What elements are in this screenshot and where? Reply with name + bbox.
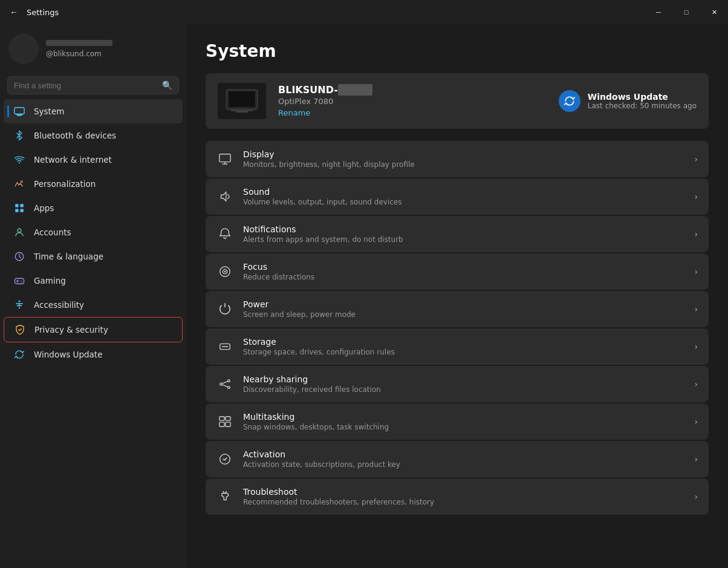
svg-rect-2 bbox=[16, 114, 23, 116]
update-info: Windows Update Last checked: 50 minutes … bbox=[588, 92, 697, 110]
user-email: @bliksund.com bbox=[46, 50, 112, 58]
sidebar-item-accounts[interactable]: Accounts bbox=[4, 220, 183, 244]
settings-item-display-title: Display bbox=[243, 149, 684, 159]
windows-update-card[interactable]: Windows Update Last checked: 50 minutes … bbox=[559, 90, 697, 112]
sidebar-item-accounts-label: Accounts bbox=[34, 227, 173, 237]
sidebar-item-apps[interactable]: Apps bbox=[4, 196, 183, 220]
display-icon bbox=[216, 151, 233, 168]
settings-list: Display Monitors, brightness, night ligh… bbox=[206, 141, 709, 515]
settings-item-display-text: Display Monitors, brightness, night ligh… bbox=[243, 149, 684, 169]
settings-item-multitasking-title: Multitasking bbox=[243, 412, 684, 422]
search-input[interactable] bbox=[14, 81, 157, 90]
minimize-button[interactable]: ─ bbox=[645, 0, 672, 24]
settings-item-power-title: Power bbox=[243, 299, 684, 309]
svg-rect-11 bbox=[15, 278, 24, 284]
svg-point-14 bbox=[19, 301, 21, 302]
close-button[interactable]: ✕ bbox=[700, 0, 728, 24]
sidebar-item-accessibility[interactable]: Accessibility bbox=[4, 293, 183, 317]
accounts-icon bbox=[13, 226, 25, 238]
svg-rect-8 bbox=[21, 209, 24, 212]
troubleshoot-icon bbox=[216, 488, 233, 505]
sidebar-item-bluetooth[interactable]: Bluetooth & devices bbox=[4, 123, 183, 148]
settings-item-display-subtitle: Monitors, brightness, night light, displ… bbox=[243, 160, 684, 169]
sidebar-item-network-label: Network & internet bbox=[34, 155, 173, 165]
svg-point-12 bbox=[21, 280, 22, 281]
settings-item-activation[interactable]: Activation Activation state, subscriptio… bbox=[206, 441, 709, 477]
network-icon bbox=[13, 154, 25, 166]
device-image bbox=[218, 83, 266, 119]
search-box[interactable]: 🔍 bbox=[7, 76, 179, 94]
personalization-icon bbox=[13, 178, 25, 190]
settings-item-multitasking[interactable]: Multitasking Snap windows, desktops, tas… bbox=[206, 403, 709, 440]
focus-icon bbox=[216, 263, 233, 280]
device-card: BLIKSUND-████ OptiPlex 7080 Rename Windo… bbox=[206, 73, 709, 129]
settings-item-notifications[interactable]: Notifications Alerts from apps and syste… bbox=[206, 216, 709, 252]
windows-update-icon bbox=[13, 348, 25, 361]
settings-item-nearby-sharing-title: Nearby sharing bbox=[243, 374, 684, 384]
svg-point-9 bbox=[18, 229, 21, 232]
update-title: Windows Update bbox=[588, 92, 697, 102]
search-icon: 🔍 bbox=[162, 80, 172, 90]
settings-item-notifications-subtitle: Alerts from apps and system, do not dist… bbox=[243, 235, 684, 244]
settings-item-display[interactable]: Display Monitors, brightness, night ligh… bbox=[206, 141, 709, 177]
sidebar-item-update[interactable]: Windows Update bbox=[4, 342, 183, 367]
settings-item-activation-title: Activation bbox=[243, 449, 684, 459]
power-icon bbox=[216, 301, 233, 318]
settings-item-multitasking-subtitle: Snap windows, desktops, task switching bbox=[243, 423, 684, 431]
active-indicator bbox=[7, 105, 9, 117]
gaming-icon bbox=[13, 275, 25, 287]
rename-link[interactable]: Rename bbox=[278, 108, 310, 117]
svg-rect-5 bbox=[15, 204, 18, 207]
svg-rect-29 bbox=[219, 417, 224, 420]
sidebar-item-system[interactable]: System bbox=[4, 99, 183, 123]
sidebar-item-system-label: System bbox=[34, 106, 173, 116]
settings-item-nearby-sharing-subtitle: Discoverability, received files location bbox=[243, 385, 684, 394]
svg-point-23 bbox=[224, 271, 226, 273]
settings-item-storage[interactable]: Storage Storage space, drives, configura… bbox=[206, 328, 709, 365]
sidebar-item-time-label: Time & language bbox=[34, 252, 173, 261]
focus-chevron-icon: › bbox=[694, 267, 698, 276]
svg-marker-20 bbox=[221, 192, 226, 201]
sidebar-item-personalization-label: Personalization bbox=[34, 179, 173, 189]
sidebar-item-bluetooth-label: Bluetooth & devices bbox=[34, 131, 173, 140]
sidebar-item-network[interactable]: Network & internet bbox=[4, 148, 183, 172]
maximize-button[interactable]: □ bbox=[672, 0, 700, 24]
settings-item-focus-title: Focus bbox=[243, 262, 684, 272]
back-button[interactable]: ← bbox=[7, 7, 21, 17]
app-title: Settings bbox=[27, 8, 59, 17]
settings-item-troubleshoot[interactable]: Troubleshoot Recommended troubleshooters… bbox=[206, 478, 709, 515]
window-controls: ─ □ ✕ bbox=[645, 0, 728, 24]
settings-item-power-text: Power Screen and sleep, power mode bbox=[243, 299, 684, 319]
svg-rect-31 bbox=[219, 422, 224, 426]
settings-item-troubleshoot-subtitle: Recommended troubleshooters, preferences… bbox=[243, 498, 684, 506]
sidebar-item-time[interactable]: Time & language bbox=[4, 244, 183, 269]
time-icon bbox=[13, 250, 25, 263]
sidebar-item-apps-label: Apps bbox=[34, 203, 173, 213]
settings-item-nearby-sharing-text: Nearby sharing Discoverability, received… bbox=[243, 374, 684, 394]
apps-icon bbox=[13, 202, 25, 214]
svg-rect-16 bbox=[229, 91, 255, 107]
settings-item-nearby-sharing[interactable]: Nearby sharing Discoverability, received… bbox=[206, 366, 709, 402]
svg-rect-32 bbox=[226, 422, 230, 426]
title-bar: ← Settings ─ □ ✕ bbox=[0, 0, 728, 24]
sidebar-item-personalization[interactable]: Personalization bbox=[4, 172, 183, 196]
sound-chevron-icon: › bbox=[694, 192, 698, 201]
page-title: System bbox=[206, 41, 709, 61]
settings-item-power[interactable]: Power Screen and sleep, power mode › bbox=[206, 291, 709, 327]
activation-chevron-icon: › bbox=[694, 454, 698, 464]
device-name: BLIKSUND-████ bbox=[278, 84, 547, 96]
user-profile[interactable]: @bliksund.com bbox=[0, 24, 186, 74]
settings-item-focus[interactable]: Focus Reduce distractions › bbox=[206, 253, 709, 290]
content-area: System BLIKSUND-████ OptiPlex 7080 Renam… bbox=[186, 24, 728, 568]
sidebar-item-gaming[interactable]: Gaming bbox=[4, 269, 183, 293]
settings-item-sound[interactable]: Sound Volume levels, output, input, soun… bbox=[206, 178, 709, 215]
settings-item-activation-subtitle: Activation state, subscriptions, product… bbox=[243, 460, 684, 469]
sidebar-item-privacy[interactable]: Privacy & security bbox=[4, 317, 183, 342]
notifications-icon bbox=[216, 226, 233, 243]
device-info: BLIKSUND-████ OptiPlex 7080 Rename bbox=[278, 84, 547, 118]
update-refresh-icon bbox=[559, 90, 580, 112]
sidebar: @bliksund.com 🔍 Sy bbox=[0, 24, 186, 568]
app-body: @bliksund.com 🔍 Sy bbox=[0, 24, 728, 568]
update-subtitle: Last checked: 50 minutes ago bbox=[588, 102, 697, 110]
user-info: @bliksund.com bbox=[46, 40, 112, 58]
